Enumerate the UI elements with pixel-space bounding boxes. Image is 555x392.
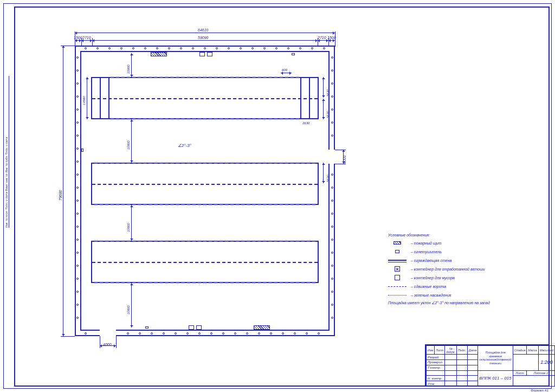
gate-opening-bottom: [100, 330, 116, 337]
container-box: [189, 325, 194, 330]
legend-text: – пожарный щит: [411, 241, 442, 245]
legend-text: – ограждающая стена: [411, 259, 451, 262]
dim-spacing-1-label: 10000: [127, 140, 130, 150]
legend-row: – контейнер для мусора: [388, 275, 540, 280]
dim-total-width-label: 64610: [198, 28, 208, 32]
dim-section-h3-label: 5630: [326, 175, 330, 182]
tb-row: Т.контр.: [427, 365, 445, 370]
tb-row: Проверил: [427, 360, 445, 365]
drawing-title: Площадка для хранения сельскохозяйственн…: [478, 346, 513, 371]
legend-title: Условные обозначения:: [388, 233, 540, 237]
dim-offset-l: [81, 40, 92, 41]
dim-total-height: [63, 46, 63, 336]
legend-symbol-fire-shield: [388, 240, 406, 246]
dim-total-width: [75, 33, 335, 33]
legend-row: – зеленые насаждения: [388, 292, 540, 298]
dim-inner-width-label: 59090: [198, 36, 208, 40]
bay-centerline: [92, 262, 318, 263]
title-block: Изм Лист № докум. Подп. Дата Площадка дл…: [425, 344, 550, 387]
dim-section-h2-label: 5630: [326, 111, 330, 118]
container-box: [207, 52, 212, 56]
title-line-1: Площадка для хранения: [485, 351, 505, 358]
tb-head: Лист: [435, 346, 445, 355]
tb-label: Стадия: [513, 346, 527, 355]
dim-detail-r-label: 2630: [302, 121, 309, 125]
drawing-code: ВППК 011 – 015: [478, 370, 513, 386]
dim-spacing-2: [131, 205, 132, 241]
dim-section-h1: [323, 77, 324, 98]
drawing-scale: 1:200: [538, 355, 555, 370]
legend-row: – сдвижные ворота: [388, 284, 540, 289]
dim-offset-r-label: 2710: [318, 36, 326, 40]
legend-symbol-greenery: [388, 292, 406, 298]
tb-sheet: Лист: [513, 370, 527, 376]
bay-centerline: [92, 184, 318, 185]
legend-symbol-rag-container: [388, 266, 406, 272]
tb-label: Масштаб: [538, 346, 555, 355]
legend-symbol-extinguisher: [388, 249, 406, 254]
dim-margin-r: [328, 40, 335, 41]
dim-section-w-label: 600: [282, 68, 287, 72]
legend-symbol-sliding-gate: [388, 284, 406, 289]
dim-gate-right-label: 4000: [343, 155, 346, 164]
legend-symbol-wall: [388, 258, 406, 263]
dim-gate-bot-label: 4000: [103, 343, 112, 346]
container-box: [196, 325, 202, 330]
tb-head: Изм: [427, 346, 435, 355]
dim-spacing-1: [131, 119, 132, 163]
dim-spacing-bot-label: 10000: [127, 305, 130, 314]
format-label: Формат А1: [531, 389, 548, 392]
tb-row: Разраб.: [427, 355, 445, 360]
legend-text: – контейнер для отработанной ветоши: [411, 267, 485, 271]
side-stamp-1: Инв. № подл. Подп. и дата Взам. инв. № И…: [5, 76, 9, 228]
storage-bay-1: [91, 77, 319, 119]
legend-text: – контейнер для мусора: [411, 276, 455, 280]
slope-note: ∠2°-3°: [178, 143, 191, 148]
title-line-2: сельскохозяйственной техники: [479, 358, 511, 365]
dim-spacing-2-label: 10000: [127, 223, 130, 232]
dim-spacing-bot: [131, 283, 132, 327]
legend-row: – контейнер для отработанной ветоши: [388, 266, 540, 272]
dim-offset-l-label: 2710: [82, 36, 91, 40]
bay-centerline: [92, 98, 318, 99]
dim-section-h1-label: 5630: [326, 89, 330, 97]
tb-head: Подп.: [457, 346, 468, 355]
legend-note: Площадка имеет уклон ∠2°-3° по направлен…: [388, 301, 540, 305]
extinguisher: [292, 53, 295, 55]
tb-label: Масса: [527, 346, 538, 355]
extinguisher: [145, 326, 149, 329]
dim-bay1-h-label: 13560: [82, 96, 86, 105]
storage-bay-3: [91, 241, 319, 283]
extinguisher: [81, 149, 83, 152]
dim-section-h2: [323, 99, 324, 119]
dim-section-h3: [323, 163, 324, 183]
legend-row: – ограждающая стена: [388, 258, 540, 263]
legend-row: – пожарный щит: [388, 240, 540, 246]
legend: Условные обозначения: – пожарный щит – о…: [388, 233, 540, 305]
dim-total-height-label: 79680: [59, 190, 62, 201]
dim-inner-width: [92, 40, 318, 41]
legend-row: – огнетушитель: [388, 249, 540, 254]
fire-shield: [151, 52, 167, 56]
tb-head: Дата: [467, 346, 478, 355]
dim-margin-r-label: 1500: [327, 36, 336, 40]
legend-text: – зеленые насаждения: [411, 293, 451, 297]
container-box: [199, 52, 205, 56]
gate-opening-right: [328, 150, 336, 164]
plan-drawing: 4000 4000: [75, 46, 335, 336]
tb-sheets: Листов 1: [527, 370, 555, 376]
dim-spacing-top: [131, 53, 132, 77]
legend-text: – огнетушитель: [411, 250, 442, 254]
dim-section-w: [281, 73, 292, 73]
dim-bay1-h: [87, 77, 87, 119]
tb-head: № докум.: [445, 346, 457, 355]
fire-shield: [254, 325, 270, 330]
tb-row: Н. контр.: [427, 376, 445, 381]
legend-text: – сдвижные ворота: [411, 285, 446, 288]
storage-bay-2: [91, 163, 319, 205]
dim-offset-r: [318, 40, 328, 41]
dim-spacing-top-label: 10000: [127, 65, 130, 74]
tb-row: Утв.: [427, 381, 445, 387]
drawing-sheet: Инв. № подл. Подп. и дата Взам. инв. № И…: [0, 0, 555, 392]
legend-symbol-trash-container: [388, 275, 406, 280]
